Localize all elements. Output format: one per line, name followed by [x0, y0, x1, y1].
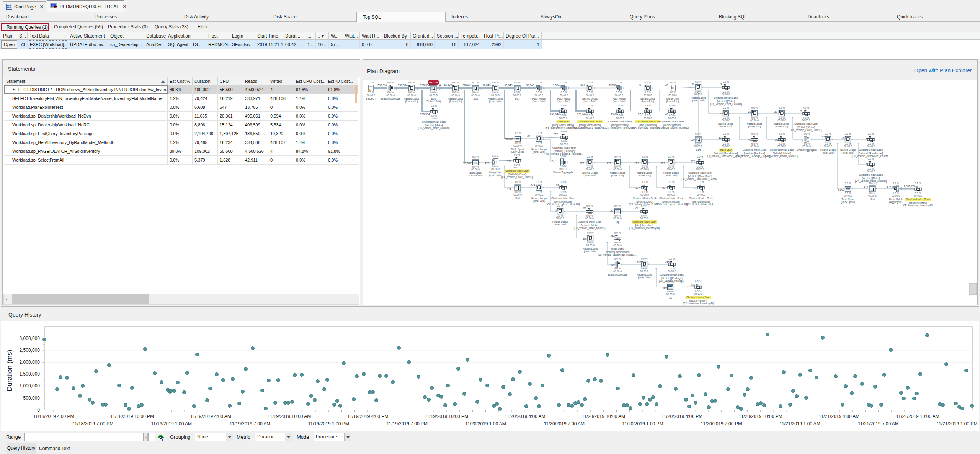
svg-text:0.0 %: 0.0 %: [536, 142, 542, 144]
svg-text:(Inner Join): (Inner Join): [748, 125, 761, 128]
svg-text:[CK_Inventory_InventoryID]: [CK_Inventory_InventoryID]: [629, 227, 660, 230]
svg-text:00.00.0: 00.00.0: [559, 168, 567, 170]
svg-text:00.00.0: 00.00.0: [694, 93, 702, 96]
svg-text:0.0 %: 0.0 %: [587, 155, 593, 158]
svg-text:1,000,000: 1,000,000: [20, 383, 40, 389]
svg-text:(Inner Join): (Inner Join): [405, 100, 418, 103]
svg-text:395,394: 395,394: [377, 84, 387, 87]
svg-text:45: 45: [665, 113, 668, 116]
svg-text:0.0 %: 0.0 %: [514, 154, 521, 156]
svg-text:11/19/2019 10:00 PM: 11/19/2019 10:00 PM: [425, 414, 468, 419]
svg-text:00.00.0: 00.00.0: [644, 117, 652, 119]
svg-text:0.2 %: 0.2 %: [645, 104, 651, 107]
svg-text:[CK_Vehicle_Color_ColorID]: [CK_Vehicle_Color_ColorID]: [791, 129, 822, 132]
svg-text:0.0 %: 0.0 %: [561, 140, 568, 143]
svg-text:0.0 %: 0.0 %: [560, 165, 567, 168]
svg-text:00.00.0: 00.00.0: [802, 145, 811, 148]
svg-text:Clustered Index Seek: Clustered Index Seek: [660, 120, 684, 123]
svg-text:277: 277: [693, 187, 698, 190]
svg-text:0.0 %: 0.0 %: [845, 182, 851, 185]
svg-text:Stream Aggregate: Stream Aggregate: [553, 171, 573, 174]
svg-text:11/18/2019 4:00 PM: 11/18/2019 4:00 PM: [33, 414, 74, 419]
svg-text:Clustered Index Scan: Clustered Index Scan: [636, 120, 660, 123]
svg-text:00.00.0: 00.00.0: [667, 168, 675, 171]
svg-text:00.00.0: 00.00.0: [722, 119, 730, 122]
svg-text:0.0 %: 0.0 %: [561, 130, 568, 133]
svg-text:00.00.0: 00.00.0: [844, 194, 852, 197]
svg-text:0.0 %: 0.0 %: [560, 181, 567, 183]
svg-text:0.0 %: 0.0 %: [779, 106, 785, 109]
svg-text:Clustered Index Seek: Clustered Index Seek: [659, 197, 683, 199]
svg-text:Clustered Index Seek: Clustered Index Seek: [552, 146, 577, 149]
svg-text:0.0 %: 0.0 %: [514, 91, 521, 94]
svg-text:(Inner Join): (Inner Join): [584, 100, 596, 103]
svg-text:0.0 %: 0.0 %: [723, 142, 729, 145]
svg-text:[UI_Vehicle_BaseModel_MakeM...: [UI_Vehicle_BaseModel_MakeM...: [598, 253, 637, 256]
svg-text:45: 45: [665, 84, 668, 87]
svg-text:00.00.0: 00.00.0: [615, 94, 623, 96]
svg-text:00.00.0: 00.00.0: [668, 94, 677, 96]
svg-text:00.00.0: 00.00.0: [613, 217, 622, 220]
svg-text:0.0 %: 0.0 %: [492, 155, 499, 158]
svg-text:Index Scan: Index Scan: [557, 120, 570, 123]
svg-text:(Lazy Spool): (Lazy Spool): [469, 174, 483, 177]
svg-text:0.0 %: 0.0 %: [368, 81, 374, 84]
svg-text:0.0 %: 0.0 %: [803, 106, 810, 109]
svg-text:0.0 %: 0.0 %: [723, 116, 729, 119]
svg-text:0.0 %: 0.0 %: [472, 91, 479, 94]
svg-text:0.0 %: 0.0 %: [868, 132, 874, 135]
svg-text:541: 541: [580, 84, 585, 87]
svg-text:0.0 %: 0.0 %: [723, 132, 729, 135]
svg-text:0: 0: [37, 407, 40, 413]
svg-text:0.0 %: 0.0 %: [668, 181, 675, 183]
svg-text:[CK_Vehicle_Model_ModelID]: [CK_Vehicle_Model_ModelID]: [656, 126, 689, 129]
svg-text:Sort: Sort: [870, 198, 875, 201]
svg-text:11/21/2019 4:00 AM: 11/21/2019 4:00 AM: [819, 414, 860, 419]
svg-text:0.1 %: 0.1 %: [617, 104, 624, 107]
svg-text:277: 277: [527, 134, 532, 137]
svg-text:[CK_Vehicle_BaseModel_BaseM...: [CK_Vehicle_BaseModel_BaseM...: [681, 178, 720, 181]
svg-text:0.1 %: 0.1 %: [645, 81, 651, 84]
svg-text:Index Seek: Index Seek: [611, 247, 624, 250]
svg-text:[CK_Vehicle_Color_ColorID]: [CK_Vehicle_Color_ColorID]: [501, 176, 533, 179]
svg-text:00.00.0: 00.00.0: [560, 94, 568, 96]
svg-text:11/20/2019 4:00 AM: 11/20/2019 4:00 AM: [505, 414, 546, 419]
svg-text:00.00.0: 00.00.0: [560, 143, 568, 145]
svg-text:[CK_Inventory_InventoryID]: [CK_Inventory_InventoryID]: [605, 126, 635, 129]
svg-text:0.0 %: 0.0 %: [387, 81, 394, 84]
svg-text:(Inner Join): (Inner Join): [638, 276, 651, 279]
svg-text:11/20/2019 10:00 PM: 11/20/2019 10:00 PM: [739, 414, 782, 419]
svg-text:0.0 %: 0.0 %: [825, 132, 831, 135]
svg-text:0.0 %: 0.0 %: [669, 104, 676, 107]
svg-text:98,848: 98,848: [505, 138, 513, 140]
svg-text:(Inner Join): (Inner Join): [665, 174, 678, 177]
svg-text:Hash Match: Hash Match: [889, 198, 903, 201]
svg-text:(Inner Join): (Inner Join): [449, 100, 462, 103]
svg-text:5: 5: [842, 136, 844, 139]
svg-text:00.00.0: 00.00.0: [586, 244, 595, 247]
svg-text:Clustered Index Scan: Clustered Index Scan: [578, 120, 602, 123]
svg-text:1,500,000: 1,500,000: [20, 371, 40, 377]
svg-text:0.0 %: 0.0 %: [723, 106, 729, 109]
svg-text:0.0 %: 0.0 %: [616, 81, 622, 84]
svg-text:0.0 %: 0.0 %: [669, 267, 675, 270]
svg-text:11/19/2019 10:00 AM: 11/19/2019 10:00 AM: [268, 414, 311, 419]
svg-text:98,849: 98,849: [526, 84, 534, 87]
svg-text:Index Scan: Index Scan: [720, 149, 732, 151]
svg-text:11/21/2019 1:00 PM: 11/21/2019 1:00 PM: [936, 421, 977, 426]
svg-text:17: 17: [691, 83, 694, 86]
svg-text:98,849: 98,849: [482, 84, 491, 87]
svg-text:Clustered Index Seek: Clustered Index Seek: [743, 149, 767, 151]
svg-text:Duration (ms): Duration (ms): [6, 349, 13, 391]
svg-text:Clustered Index Scan: Clustered Index Scan: [686, 296, 710, 299]
svg-text:00.00.0: 00.00.0: [668, 117, 676, 119]
svg-text:(Inner Join): (Inner Join): [639, 174, 651, 177]
svg-text:0.0 %: 0.0 %: [536, 191, 542, 193]
svg-text:0.0 %: 0.0 %: [492, 81, 499, 84]
svg-text:00.00.0: 00.00.0: [535, 193, 543, 196]
svg-text:00.00.0: 00.00.0: [585, 217, 594, 220]
svg-text:0.0 %: 0.0 %: [893, 182, 899, 185]
svg-text:Sort: Sort: [696, 149, 701, 151]
svg-text:0.0 %: 0.0 %: [723, 90, 729, 93]
svg-text:476: 476: [507, 188, 511, 190]
